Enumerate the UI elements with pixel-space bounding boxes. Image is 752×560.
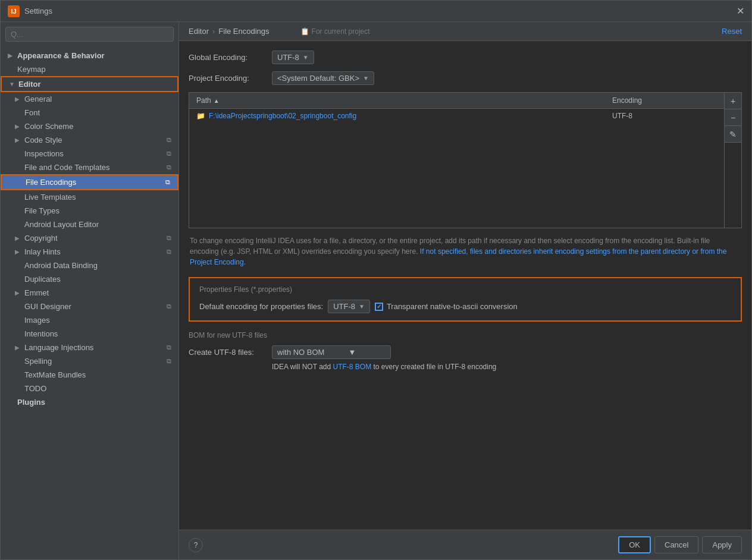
sidebar-item-android-data[interactable]: Android Data Binding <box>1 259 178 272</box>
sidebar-item-intentions[interactable]: Intentions <box>1 327 178 341</box>
project-label: For current project <box>312 27 370 36</box>
bom-row: Create UTF-8 files: with NO BOM ▼ <box>189 345 742 359</box>
sidebar-item-textmate[interactable]: TextMate Bundles <box>1 368 178 382</box>
sidebar-item-appearance[interactable]: ▶ Appearance & Behavior <box>1 49 178 62</box>
sidebar-item-label: Editor <box>18 80 41 89</box>
breadcrumb: Editor › File Encodings 📋 For current pr… <box>179 22 751 41</box>
breadcrumb-project: 📋 For current project <box>300 27 370 36</box>
help-button[interactable]: ? <box>189 538 203 552</box>
sidebar-item-plugins[interactable]: Plugins <box>1 395 178 409</box>
sidebar-item-inlay-hints[interactable]: ▶ Inlay Hints ⧉ <box>1 245 178 259</box>
sort-icon: ▲ <box>214 97 220 104</box>
close-button[interactable]: ✕ <box>737 5 744 17</box>
right-panel: Editor › File Encodings 📋 For current pr… <box>179 22 751 559</box>
sidebar-item-font[interactable]: Font <box>1 106 178 119</box>
sidebar-item-label: GUI Designer <box>24 302 71 311</box>
sidebar-item-label: Color Scheme <box>24 122 73 131</box>
sidebar-item-label: Code Style <box>24 136 62 144</box>
main-content: ▶ Appearance & Behavior Keymap ▼ Editor … <box>1 22 751 559</box>
sidebar-item-label: Inspections <box>24 149 64 158</box>
table-row[interactable]: 📁 F:\ideaProjectspringboot\02_springboot… <box>189 109 724 123</box>
table-toolbar: + − ✎ <box>724 93 741 228</box>
table-header: Path ▲ Encoding <box>189 93 724 109</box>
window-title: Settings <box>24 7 52 15</box>
global-encoding-dropdown[interactable]: UTF-8 ▼ <box>272 51 314 64</box>
arrow-spacer <box>15 150 22 157</box>
sidebar-item-images[interactable]: Images <box>1 313 178 327</box>
cancel-button[interactable]: Cancel <box>654 536 698 553</box>
sidebar-item-keymap[interactable]: Keymap <box>1 62 178 76</box>
reset-button[interactable]: Reset <box>722 27 742 36</box>
path-value: F:\ideaProjectspringboot\02_springboot_c… <box>209 112 356 120</box>
title-bar: IJ Settings ✕ <box>1 1 751 22</box>
search-input[interactable] <box>5 27 174 42</box>
apply-button[interactable]: Apply <box>702 536 742 553</box>
sidebar-item-copyright[interactable]: ▶ Copyright ⧉ <box>1 231 178 245</box>
path-column-header: Path ▲ <box>189 93 605 108</box>
arrow-spacer <box>15 164 22 171</box>
arrow-icon: ▼ <box>9 81 16 87</box>
sidebar-item-android-layout[interactable]: Android Layout Editor <box>1 218 178 231</box>
title-bar-left: IJ Settings <box>8 5 52 17</box>
sidebar-item-todo[interactable]: TODO <box>1 382 178 395</box>
arrow-spacer <box>15 221 22 228</box>
sidebar-item-label: Spelling <box>24 357 52 366</box>
bom-info: IDEA will NOT add UTF-8 BOM to every cre… <box>189 363 742 371</box>
arrow-icon: ▶ <box>15 344 22 351</box>
arrow-icon: ▶ <box>15 290 22 296</box>
ok-button[interactable]: OK <box>618 536 651 553</box>
sidebar-item-language-injections[interactable]: ▶ Language Injections ⧉ <box>1 341 178 354</box>
sidebar-item-gui-designer[interactable]: GUI Designer ⧉ <box>1 300 178 313</box>
remove-button[interactable]: − <box>725 109 741 126</box>
create-utf8-label: Create UTF-8 files: <box>189 348 266 357</box>
sidebar-item-label: File and Code Templates <box>24 163 110 172</box>
arrow-spacer <box>8 399 15 405</box>
copy-icon: ⧉ <box>167 357 171 365</box>
encoding-column-header: Encoding <box>605 93 724 108</box>
sidebar-item-code-style[interactable]: ▶ Code Style ⧉ <box>1 133 178 147</box>
copy-icon: ⧉ <box>165 178 170 186</box>
encoding-cell: UTF-8 <box>605 109 724 123</box>
sidebar: ▶ Appearance & Behavior Keymap ▼ Editor … <box>1 22 179 559</box>
bom-section: BOM for new UTF-8 files Create UTF-8 fil… <box>189 331 742 371</box>
add-button[interactable]: + <box>725 93 741 109</box>
sidebar-item-emmet[interactable]: ▶ Emmet <box>1 286 178 300</box>
sidebar-item-spelling[interactable]: Spelling ⧉ <box>1 354 178 368</box>
properties-encoding-dropdown[interactable]: UTF-8 ▼ <box>328 300 370 313</box>
default-encoding-label: Default encoding for properties files: <box>199 302 323 311</box>
sidebar-item-color-scheme[interactable]: ▶ Color Scheme <box>1 119 178 133</box>
sidebar-item-live-templates[interactable]: Live Templates <box>1 190 178 204</box>
dropdown-value: UTF-8 <box>277 53 299 62</box>
sidebar-item-inspections[interactable]: Inspections ⧉ <box>1 147 178 161</box>
sidebar-item-label: File Types <box>24 206 59 215</box>
arrow-spacer <box>15 194 22 200</box>
breadcrumb-parent: Editor <box>189 27 209 36</box>
sidebar-item-duplicates[interactable]: Duplicates <box>1 272 178 286</box>
encoding-value: UTF-8 <box>612 112 632 120</box>
dropdown-arrow-icon: ▼ <box>363 75 369 81</box>
sidebar-item-file-encodings[interactable]: File Encodings ⧉ <box>1 174 178 190</box>
transparent-conversion-label: Transparent native-to-ascii conversion <box>387 302 518 311</box>
app-icon: IJ <box>8 5 20 17</box>
footer-buttons: OK Cancel Apply <box>618 536 742 553</box>
sidebar-item-file-code-templates[interactable]: File and Code Templates ⧉ <box>1 161 178 174</box>
sidebar-item-general[interactable]: ▶ General <box>1 92 178 106</box>
transparent-conversion-checkbox[interactable] <box>375 303 383 311</box>
copy-icon: ⧉ <box>167 344 171 351</box>
sidebar-item-label: Font <box>24 108 40 117</box>
arrow-spacer <box>15 303 22 310</box>
encoding-table: Path ▲ Encoding <box>189 92 742 228</box>
edit-button[interactable]: ✎ <box>725 126 741 143</box>
project-encoding-dropdown[interactable]: <System Default: GBK> ▼ <box>272 71 374 85</box>
project-encoding-label: Project Encoding: <box>189 74 266 83</box>
arrow-spacer <box>15 262 22 269</box>
bom-title: BOM for new UTF-8 files <box>189 331 742 339</box>
sidebar-item-editor[interactable]: ▼ Editor <box>1 76 178 92</box>
breadcrumb-current: File Encodings <box>218 27 269 36</box>
bom-dropdown[interactable]: with NO BOM ▼ <box>272 345 391 359</box>
sidebar-item-label: General <box>24 95 52 103</box>
sidebar-item-label: File Encodings <box>26 178 76 187</box>
sidebar-item-file-types[interactable]: File Types <box>1 204 178 218</box>
copy-icon: ⧉ <box>167 136 171 144</box>
sidebar-item-label: Android Layout Editor <box>24 220 99 229</box>
